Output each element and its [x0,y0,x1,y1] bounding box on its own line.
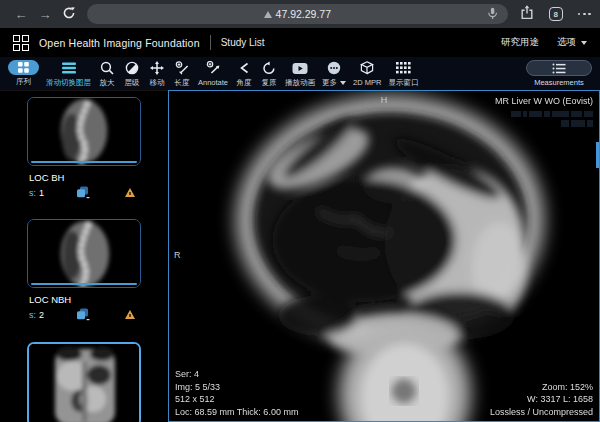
viewport-grid-icon [394,60,412,76]
screen: ← → 47.92.29.77 8 Open Health Imaging Fo… [0,0,600,422]
microphone-icon[interactable] [486,7,499,23]
tool-angle[interactable]: 角度 [235,60,253,88]
redacted-time-row [495,120,593,127]
options-menu[interactable]: 选项 [557,36,587,49]
study-list-link[interactable]: Study List [221,37,265,48]
viewport-overlay-top-right: MR Liver W WO (Eovist) [495,95,593,127]
stack-scrollbar[interactable] [596,142,599,168]
pan-icon [148,60,166,76]
layout-grid-icon [8,60,39,75]
share-icon[interactable] [520,5,534,24]
load-progress-bar [31,161,137,164]
series-number: 2 [39,310,44,320]
tool-reset[interactable]: 复原 [260,60,278,88]
tool-annotate[interactable]: Annotate [198,60,228,87]
series-meta-row: s: 1 [27,186,141,199]
tab-switcher[interactable]: 8 [549,7,563,21]
app-header: Open Health Imaging Foundation Study Lis… [0,28,600,57]
measurements-button[interactable]: Measurements [526,60,592,87]
tool-levels[interactable]: 层级 [123,60,141,88]
list-icon [552,63,566,74]
url-bar[interactable]: 47.92.29.77 [87,4,508,24]
research-use-label: 研究用途 [501,36,539,49]
series-meta-row: s: 2 [27,308,141,321]
viewport-overlay-bottom-right: Zoom: 152% W: 3317 L: 1658 Lossless / Un… [490,381,593,419]
cube-icon [358,60,376,76]
warning-icon [125,188,135,197]
layers-icon [76,308,90,321]
back-icon[interactable]: ← [9,7,33,22]
series-thumbnail-1[interactable]: LOC BH s: 1 [27,97,141,199]
image-info: Img: 5 5/33 [175,381,298,394]
tool-2d-mpr[interactable]: 2D MPR [353,60,381,87]
tool-cine-play[interactable]: 播放动画 [285,60,315,88]
matrix-info: 512 x 512 [175,393,298,406]
series-thumbnail-3[interactable] [27,342,141,422]
play-icon [291,60,309,76]
reset-icon [260,60,278,76]
tool-pan[interactable]: 移动 [148,60,166,88]
tool-series[interactable]: 序列 [8,60,39,87]
tool-stack-scroll[interactable]: 滑动切换图层 [46,60,91,88]
header-divider [210,35,211,50]
reload-icon[interactable] [57,6,81,23]
series-thumbnail-2[interactable]: LOC NBH s: 2 [27,219,141,321]
more-icon [325,60,343,76]
series-info: Ser: 4 [175,368,298,381]
tool-length[interactable]: 长度 [173,60,191,88]
chevron-down-icon [581,41,587,45]
browser-menu-icon[interactable] [578,13,591,16]
tool-viewport-layout[interactable]: 显示窗口 [388,60,418,88]
orientation-marker-left: R [174,249,181,262]
series-number: 1 [39,188,44,198]
angle-icon [235,60,253,76]
location-info: Loc: 68.59 mm Thick: 6.00 mm [175,406,298,419]
levels-icon [123,60,141,76]
thumbnail-image-selected[interactable] [27,342,141,422]
window-level-info: W: 3317 L: 1658 [490,393,593,406]
zoom-info: Zoom: 152% [490,381,593,394]
browser-bar: ← → 47.92.29.77 8 [0,0,600,28]
forward-icon[interactable]: → [33,7,57,22]
active-viewport[interactable]: H R MR Liver W WO (Eovist) Ser: 4 Img: 5… [168,90,600,422]
series-description: LOC BH [29,172,141,183]
thumbnail-image[interactable] [27,97,141,166]
chevron-down-icon [340,81,346,85]
compression-info: Lossless / Uncompressed [490,406,593,419]
viewport-overlay-bottom-left: Ser: 4 Img: 5 5/33 512 x 512 Loc: 68.59 … [175,368,298,418]
series-panel: LOC BH s: 1 [0,90,168,422]
series-description: LOC NBH [29,294,141,305]
magnifier-icon [98,60,116,76]
warning-icon [125,310,135,319]
ohif-logo-icon[interactable] [13,35,29,51]
orientation-marker-top: H [381,94,388,107]
url-text: 47.92.29.77 [276,8,331,20]
tool-zoom[interactable]: 放大 [98,60,116,88]
load-progress-bar [31,283,137,286]
stack-scroll-icon [60,60,78,76]
redacted-date-row [495,111,593,118]
tool-more[interactable]: 更多 [322,60,346,88]
annotate-icon [204,60,222,76]
thumbnail-image[interactable] [27,219,141,288]
toolbar: 序列 滑动切换图层 放大 层级 移动 [0,57,600,90]
length-icon [173,60,191,76]
not-secure-icon [264,11,272,18]
study-description: MR Liver W WO (Eovist) [495,95,593,108]
layers-icon [76,186,90,199]
app-title: Open Health Imaging Foundation [39,37,200,49]
